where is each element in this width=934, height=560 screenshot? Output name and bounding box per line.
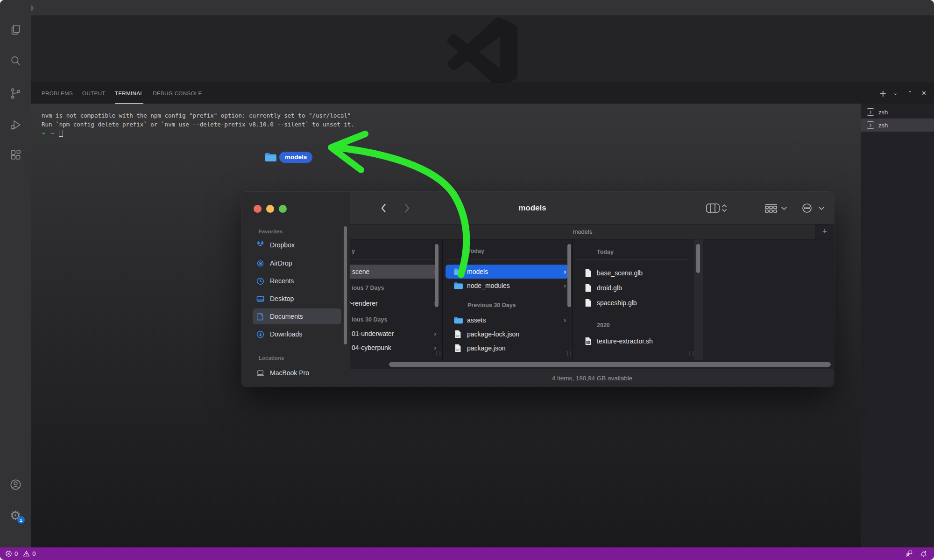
new-tab-button[interactable]: + [815,224,834,239]
folder-row-renderer[interactable]: y-renderer › [350,296,442,310]
sidebar-section-favorites: Favorites [259,229,283,234]
file-row-package-lock[interactable]: package-lock.json [443,327,572,341]
sidebar-scrollbar[interactable] [344,226,347,344]
folder-row-underwater[interactable]: 01-underwater › [350,327,442,341]
terminal-picker-chevron-icon[interactable]: ⌄ [893,90,898,97]
shell-script-file-icon [585,337,592,345]
tab-output[interactable]: OUTPUT [82,83,106,104]
row-label: 01-underwater [352,330,394,337]
accounts-icon[interactable] [9,478,22,491]
chevron-right-icon: › [564,282,566,289]
laptop-icon [256,369,265,378]
file-row-package-json[interactable]: package.json [443,341,572,355]
finder-tab-bar: models + [350,224,834,239]
vscode-status-bar: 0 0 [0,547,934,560]
sidebar-item-documents[interactable]: Documents [253,308,341,324]
column-resize-grip[interactable]: || [688,350,694,356]
file-row-spaceship[interactable]: spaceship.glb [573,296,694,310]
folder-row-models-selected[interactable]: models › [443,265,572,279]
back-icon[interactable] [377,202,389,214]
explorer-icon[interactable] [9,23,22,36]
folder-row-scene[interactable]: scene › [350,265,442,279]
close-panel-icon[interactable]: ✕ [921,90,927,97]
drag-ghost-label: models [279,152,312,163]
errors-icon [5,550,12,557]
desktop-icon [256,294,265,303]
column-view-icon[interactable] [706,202,728,214]
finder-minimize-icon[interactable] [266,205,274,213]
finder-main: models [350,192,834,387]
more-actions-icon[interactable] [801,202,825,214]
sidebar-item-airdrop[interactable]: AirDrop [253,255,341,271]
panel-actions: + ⌄ ⌃ ✕ [879,83,927,104]
finder-close-icon[interactable] [254,205,262,213]
horizontal-scroll-zone [350,360,834,369]
sidebar-item-label: MacBook Pro [270,369,309,377]
document-icon [256,312,265,321]
downloads-icon [256,330,265,339]
forward-icon[interactable] [401,202,413,214]
file-icon [454,344,461,352]
group-by-icon[interactable] [764,202,787,214]
row-label: models [467,268,488,275]
source-control-icon[interactable] [9,87,22,100]
finder-zoom-icon[interactable] [279,205,287,213]
folder-row-cyberpunk[interactable]: 04-cyberpunk › [350,341,442,355]
activity-bar: ⚙ 1 [0,0,31,547]
maximize-panel-icon[interactable]: ⌃ [908,90,912,97]
column-scrollbar[interactable] [435,244,439,307]
drag-ghost[interactable]: models [264,152,312,163]
tab-problems[interactable]: PROBLEMS [42,83,73,104]
warning-count: 0 [32,550,35,557]
terminal-list-item[interactable]: ❯ zsh [861,105,934,119]
terminal-output: nvm is not compatible with the npm confi… [31,104,861,129]
finder-status-bar: 4 items, 180,94 GB available [350,369,834,387]
folder-row-node-modules[interactable]: node_modules › [443,279,572,293]
file-row-texture-extractor[interactable]: texture-extractor.sh [573,334,694,348]
run-and-debug-icon[interactable] [9,118,22,131]
terminal-prompt-icon: ❯ [867,121,874,129]
file-row-droid[interactable]: droid.glb [573,281,694,295]
sidebar-item-macbook-pro[interactable]: MacBook Pro [253,365,341,381]
terminal-list-item-selected[interactable]: ❯ zsh [861,119,934,132]
column-header: Today [597,247,614,257]
finder-tab-models[interactable]: models [350,224,815,239]
new-terminal-icon[interactable]: + [879,90,887,97]
column-scrollbar[interactable] [567,244,571,307]
row-label: node_modules [467,282,510,289]
feedback-icon[interactable] [906,550,913,557]
column-header: ious 7 Days [352,283,384,293]
row-label: y-renderer [350,300,378,307]
column-resize-grip[interactable]: || [566,350,572,356]
chevron-right-icon: › [564,268,566,275]
column-header: ious 30 Days [352,315,387,324]
sidebar-item-dropbox[interactable]: Dropbox [253,237,341,253]
terminal-cursor [59,130,63,137]
notifications-bell-icon[interactable] [920,550,927,557]
settings-gear-icon[interactable]: ⚙ 1 [9,509,22,522]
problems-status[interactable]: 0 0 [0,550,35,557]
sidebar-item-downloads[interactable]: Downloads [253,326,341,342]
terminal-list: ❯ zsh ❯ zsh [861,104,934,547]
prompt-cwd: ~ [51,130,55,137]
terminal-list-label: zsh [878,109,888,116]
folder-row-assets[interactable]: assets › [443,313,572,327]
row-label: package-lock.json [467,330,519,338]
search-icon[interactable] [9,54,22,67]
sidebar-item-desktop[interactable]: Desktop [253,291,341,307]
column-scrollbar[interactable] [696,244,700,273]
column-resize-grip[interactable]: || [435,350,442,356]
row-label: spaceship.glb [597,299,637,307]
vscode-titlebar[interactable] [0,0,934,15]
horizontal-scrollbar[interactable] [389,362,831,367]
sidebar-item-recents[interactable]: Recents [253,273,341,289]
finder-column-2: Today models › node_modul [443,239,572,360]
extensions-icon[interactable] [9,148,22,161]
file-row-base-scene[interactable]: base_scene.glb [573,266,694,280]
panel-tab-strip: PROBLEMS OUTPUT TERMINAL DEBUG CONSOLE [31,83,934,104]
terminal-line: nvm is not compatible with the npm confi… [42,112,351,119]
tab-terminal[interactable]: TERMINAL [115,83,143,104]
status-bar-right [906,550,934,557]
tab-debug-console[interactable]: DEBUG CONSOLE [153,83,202,104]
finder-toolbar: models [350,192,834,224]
